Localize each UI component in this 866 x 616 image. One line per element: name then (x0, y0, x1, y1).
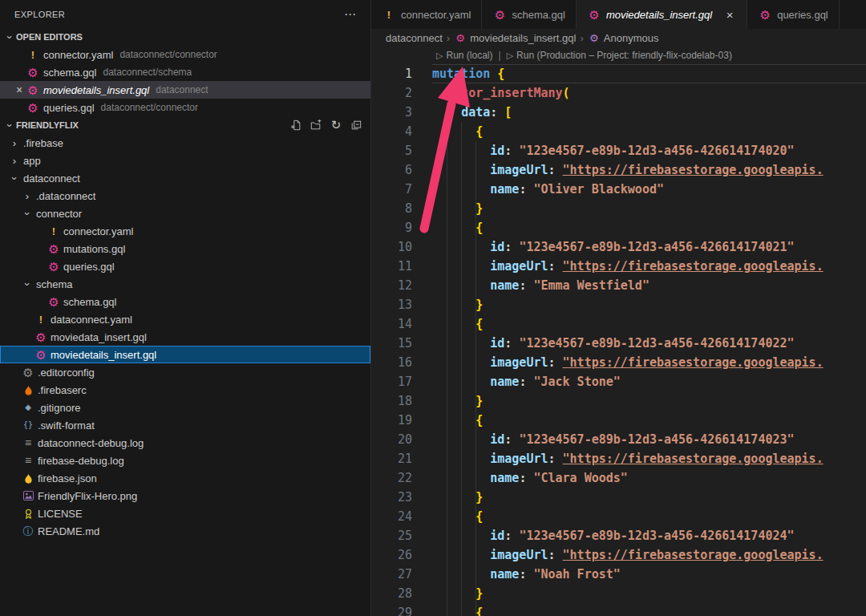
tree-folder-app[interactable]: ›app (0, 152, 370, 169)
tree-file-README.md[interactable]: ⓘREADME.md (0, 522, 370, 540)
tree-folder-schema[interactable]: ›schema (0, 275, 370, 293)
tree-file-.firebaserc[interactable]: .firebaserc (0, 381, 370, 399)
line-number: 24 (371, 507, 432, 526)
tree-file-schema.gql[interactable]: ⚙schema.gql (0, 293, 370, 310)
tab-label: queries.gql (777, 9, 828, 21)
tree-file-firebase-debug.log[interactable]: ≡firebase-debug.log (0, 452, 370, 469)
line-number: 25 (371, 526, 432, 545)
tree-file-.editorconfig[interactable]: ⚙.editorconfig (0, 363, 370, 381)
code-text: { (432, 122, 483, 141)
workspace-header[interactable]: › FRIENDLYFLIX ↻ (0, 116, 370, 134)
chevron-right-icon: › (21, 190, 34, 202)
new-folder-icon[interactable] (310, 119, 322, 132)
tree-file-mutations.gql[interactable]: ⚙mutations.gql (0, 240, 370, 257)
open-editor-item[interactable]: ⚙queries.gqldataconnect/connector (0, 99, 370, 116)
tab-schema.gql[interactable]: ⚙schema.gql (482, 0, 576, 29)
code-text: imageUrl: "https://firebasestorage.googl… (432, 160, 824, 180)
code-line-4: 4 { (371, 122, 866, 141)
file-label: connector.yaml (63, 225, 133, 237)
open-editor-item[interactable]: ×⚙moviedetails_insert.gqldataconnect (0, 81, 370, 99)
breadcrumb-item-moviedetails_insert.gql[interactable]: ⚙moviedetails_insert.gql (454, 32, 576, 44)
code-line-20: 20 id: "123e4567-e89b-12d3-a456-42661417… (371, 430, 866, 449)
line-number: 7 (371, 180, 432, 199)
code-line-26: 26 imageUrl: "https://firebasestorage.go… (371, 545, 866, 565)
tree-folder-.firebase[interactable]: ›.firebase (0, 134, 370, 152)
code-text: imageUrl: "https://firebasestorage.googl… (432, 545, 824, 565)
line-number: 14 (371, 314, 432, 334)
line-number: 8 (371, 199, 432, 218)
tree-file-dataconnect-debug.log[interactable]: ≡dataconnect-debug.log (0, 434, 370, 452)
open-editor-item[interactable]: !connector.yamldataconnect/connector (0, 46, 370, 63)
tree-file-LICENSE[interactable]: LICENSE (0, 505, 370, 522)
tree-file-.swift-format[interactable]: {}.swift-format (0, 416, 370, 434)
tree-file-FriendlyFlix-Hero.png[interactable]: FriendlyFlix-Hero.png (0, 487, 370, 505)
graphql-icon: ⚙ (758, 9, 772, 21)
tree-file-queries.gql[interactable]: ⚙queries.gql (0, 257, 370, 275)
line-number: 22 (371, 468, 432, 488)
run-production-label: Run (Production – Project: friendly-flix… (516, 50, 732, 61)
line-number: 16 (371, 353, 432, 372)
graphql-icon: ⚙ (587, 9, 601, 21)
file-tree: ›.firebase›app›dataconnect›.dataconnect›… (0, 134, 370, 540)
code-text: name: "Clara Woods" (432, 468, 628, 488)
code-text: name: "Noah Frost" (432, 565, 621, 584)
code-line-6: 6 imageUrl: "https://firebasestorage.goo… (371, 160, 866, 180)
code-text: { (432, 507, 483, 526)
tab-connector.yaml[interactable]: !connector.yaml (371, 0, 482, 29)
tree-file-moviedata_insert.gql[interactable]: ⚙moviedata_insert.gql (0, 328, 370, 346)
more-actions-icon[interactable]: ⋯ (344, 7, 356, 22)
file-label: moviedata_insert.gql (51, 331, 147, 343)
close-icon[interactable]: × (13, 83, 26, 96)
tree-file-.gitignore[interactable]: ◆.gitignore (0, 399, 370, 416)
tab-moviedetails_insert.gql[interactable]: ⚙moviedetails_insert.gql× (577, 0, 747, 29)
code-text: } (432, 295, 483, 314)
braces-icon: {} (21, 421, 35, 429)
code-line-11: 11 imageUrl: "https://firebasestorage.go… (371, 257, 866, 276)
breadcrumb-item-Anonymous[interactable]: ⚙Anonymous (588, 32, 659, 44)
code-line-8: 8 } (371, 199, 866, 218)
line-number: 29 (371, 603, 432, 616)
run-production-button[interactable]: ▷ Run (Production – Project: friendly-fl… (507, 50, 732, 61)
tree-file-firebase.json[interactable]: firebase.json (0, 469, 370, 487)
line-number: 1 (371, 64, 432, 83)
tree-folder-dataconnect[interactable]: ›dataconnect (0, 169, 370, 187)
tree-folder-connector[interactable]: ›connector (0, 205, 370, 222)
code-text: { (432, 411, 483, 430)
open-editor-item[interactable]: ⚙schema.gqldataconnect/schema (0, 63, 370, 81)
chevron-right-icon: › (8, 137, 21, 149)
open-editors-header[interactable]: › OPEN EDITORS (0, 28, 370, 46)
tab-label: moviedetails_insert.gql (606, 9, 712, 21)
code-text: mutation { (432, 64, 504, 83)
log-icon: ≡ (21, 455, 35, 466)
tree-file-moviedetails_insert.gql[interactable]: ⚙moviedetails_insert.gql (0, 346, 370, 363)
graphql-icon: ⚙ (47, 296, 61, 308)
code-area[interactable]: 1mutation {2 actor_insertMany(3 data: [4… (371, 64, 866, 616)
tree-file-connector.yaml[interactable]: !connector.yaml (0, 222, 370, 240)
line-number: 5 (371, 141, 432, 160)
code-line-1: 1mutation { (371, 64, 866, 83)
codelens: ▷ Run (local) | ▷ Run (Production – Proj… (371, 47, 866, 64)
graphql-icon: ⚙ (26, 84, 40, 96)
graphql-icon: ⚙ (34, 349, 48, 361)
tree-folder-.dataconnect[interactable]: ›.dataconnect (0, 187, 370, 205)
collapse-all-icon[interactable] (350, 119, 362, 132)
tree-file-dataconnect.yaml[interactable]: !dataconnect.yaml (0, 310, 370, 328)
license-icon (21, 509, 35, 519)
file-label: .dataconnect (36, 190, 95, 202)
code-text: { (432, 218, 483, 237)
chevron-down-icon: › (22, 278, 34, 290)
flame-orange-icon (21, 385, 35, 395)
run-local-button[interactable]: ▷ Run (local) (436, 50, 493, 61)
chevron-right-icon: › (444, 32, 452, 44)
line-number: 3 (371, 103, 432, 122)
file-label: .swift-format (38, 419, 95, 432)
tab-queries.gql[interactable]: ⚙queries.gql (747, 0, 840, 29)
file-label: README.md (38, 525, 99, 537)
code-line-12: 12 name: "Emma Westfield" (371, 276, 866, 295)
breadcrumb-item-dataconnect[interactable]: dataconnect (386, 32, 443, 44)
new-file-icon[interactable] (289, 119, 302, 132)
file-label: .firebase (23, 137, 63, 149)
refresh-icon[interactable]: ↻ (330, 119, 342, 132)
info-icon: ⓘ (21, 526, 35, 537)
close-icon[interactable]: × (723, 8, 736, 22)
